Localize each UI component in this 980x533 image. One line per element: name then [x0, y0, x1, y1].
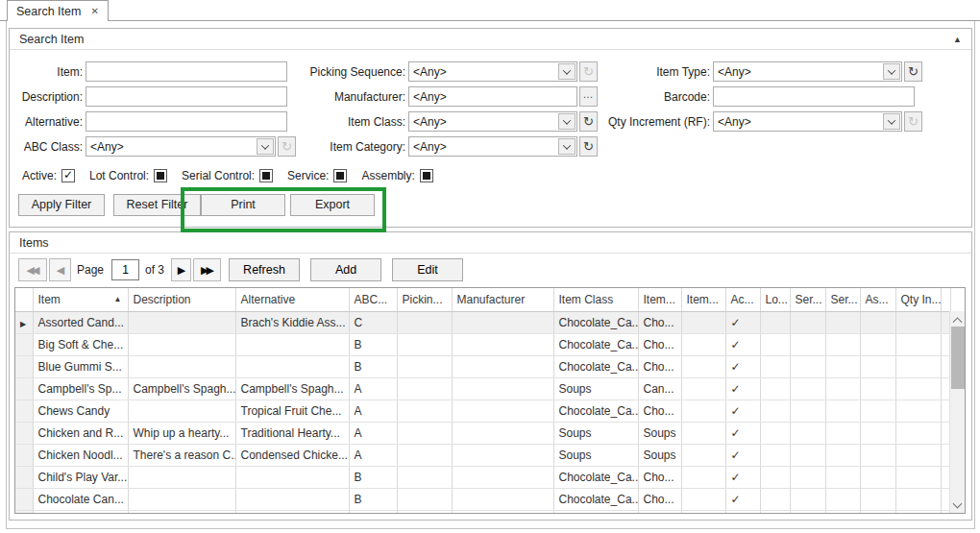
- grid-cell[interactable]: Campbell's Spagh...: [128, 377, 235, 400]
- grid-cell[interactable]: [895, 311, 941, 333]
- table-row[interactable]: Chews CandyTropical Fruit Che...AChocola…: [15, 400, 950, 422]
- export-button[interactable]: Export: [290, 194, 375, 216]
- print-button[interactable]: Print: [201, 194, 285, 216]
- grid-cell[interactable]: A: [349, 377, 397, 400]
- alternative-input[interactable]: [86, 111, 287, 132]
- grid-cell[interactable]: [128, 400, 235, 422]
- edit-button[interactable]: Edit: [392, 258, 463, 281]
- table-row[interactable]: Chicken and R...Whip up a hearty...Tradi…: [15, 422, 950, 444]
- grid-cell[interactable]: [681, 400, 725, 422]
- grid-cell[interactable]: [790, 311, 825, 333]
- close-tab-icon[interactable]: ✕: [90, 7, 98, 16]
- grid-cell[interactable]: [825, 488, 860, 510]
- grid-cell[interactable]: Chocolate_Ca...: [553, 400, 638, 422]
- grid-cell[interactable]: [452, 422, 553, 444]
- grid-cell[interactable]: [895, 333, 941, 355]
- grid-cell[interactable]: [895, 488, 941, 510]
- grid-cell[interactable]: [760, 377, 790, 400]
- column-header-pickin[interactable]: Pickin...: [397, 288, 452, 311]
- reset-filter-button[interactable]: Reset Filter: [113, 194, 201, 216]
- grid-cell[interactable]: [790, 466, 825, 488]
- grid-cell[interactable]: [397, 400, 452, 422]
- grid-cell[interactable]: Chicken and R...: [33, 422, 128, 444]
- grid-cell[interactable]: [790, 488, 825, 510]
- grid-cell[interactable]: [790, 444, 825, 466]
- grid-cell[interactable]: [825, 355, 860, 377]
- row-selector-cell[interactable]: [15, 377, 33, 400]
- grid-cell[interactable]: Blue Gummi S...: [33, 355, 128, 377]
- grid-cell[interactable]: [825, 311, 860, 333]
- table-row[interactable]: Child's Play Var...BChocolate_Ca...Cho..…: [15, 466, 950, 488]
- grid-cell[interactable]: [895, 400, 941, 422]
- grid-cell[interactable]: [860, 400, 895, 422]
- checkbox-indeterminate-icon[interactable]: [154, 169, 167, 182]
- grid-cell[interactable]: [895, 444, 941, 466]
- grid-cell[interactable]: [452, 311, 553, 333]
- grid-cell[interactable]: Soups: [638, 422, 681, 444]
- checkbox-indeterminate-icon[interactable]: [333, 169, 347, 182]
- grid-cell[interactable]: Chocolate Can...: [33, 488, 128, 510]
- grid-cell[interactable]: [128, 466, 235, 488]
- last-page-button[interactable]: ▶▶: [193, 258, 221, 281]
- grid-cell[interactable]: B: [349, 488, 397, 510]
- grid-cell[interactable]: Cho...: [638, 355, 681, 377]
- grid-cell[interactable]: Traditional Hearty...: [235, 422, 349, 444]
- grid-cell[interactable]: [860, 377, 895, 400]
- grid-cell[interactable]: [790, 400, 825, 422]
- grid-cell[interactable]: [235, 333, 349, 355]
- grid-cell[interactable]: [860, 422, 895, 444]
- table-row[interactable]: ▶Assorted Cand...Brach's Kiddie Ass...CC…: [15, 311, 950, 333]
- column-header-manufacturer[interactable]: Manufacturer: [452, 288, 553, 311]
- grid-cell[interactable]: ✓: [725, 333, 760, 355]
- picking-sequence-select[interactable]: <Any>: [408, 61, 577, 82]
- column-header-qty-in[interactable]: Qty In...: [895, 288, 941, 311]
- grid-cell[interactable]: Soups: [553, 444, 638, 466]
- grid-cell[interactable]: Whip up a hearty...: [128, 422, 235, 444]
- chevron-down-icon[interactable]: [558, 113, 576, 130]
- grid-cell[interactable]: [825, 444, 860, 466]
- grid-cell[interactable]: [681, 466, 725, 488]
- grid-cell[interactable]: [235, 466, 349, 488]
- chevron-down-icon[interactable]: [883, 113, 900, 130]
- grid-cell[interactable]: ✓: [725, 377, 760, 400]
- table-row[interactable]: Big Soft & Che...BChocolate_Ca...Cho...✓: [15, 333, 950, 355]
- grid-cell[interactable]: Chocolate_Ca...: [553, 333, 638, 355]
- grid-cell[interactable]: [860, 444, 895, 466]
- row-selector-cell[interactable]: [15, 422, 33, 444]
- grid-cell[interactable]: [760, 422, 790, 444]
- page-number-input[interactable]: [111, 259, 139, 280]
- tab-search-item[interactable]: Search Item ✕: [7, 0, 109, 21]
- grid-cell[interactable]: [895, 422, 941, 444]
- grid-cell[interactable]: Soups: [553, 377, 638, 400]
- checkbox-indeterminate-icon[interactable]: [259, 169, 273, 182]
- grid-cell[interactable]: [760, 333, 790, 355]
- grid-cell[interactable]: Cho...: [638, 488, 681, 510]
- grid-cell[interactable]: [790, 333, 825, 355]
- grid-cell[interactable]: There's a reason C...: [128, 444, 235, 466]
- grid-cell[interactable]: [452, 488, 553, 510]
- grid-cell[interactable]: Soups: [638, 444, 681, 466]
- manufacturer-select[interactable]: <Any>: [408, 86, 577, 107]
- grid-cell[interactable]: [452, 333, 553, 355]
- column-header-ser[interactable]: Ser...: [790, 288, 825, 311]
- item-type-select[interactable]: <Any>: [713, 61, 902, 82]
- grid-cell[interactable]: [452, 355, 553, 377]
- row-selector-cell[interactable]: [15, 333, 33, 355]
- grid-cell[interactable]: C: [349, 311, 397, 333]
- row-selector-cell[interactable]: [15, 466, 33, 488]
- grid-cell[interactable]: [860, 333, 895, 355]
- grid-cell[interactable]: [860, 466, 895, 488]
- grid-cell[interactable]: [825, 333, 860, 355]
- item-category-select[interactable]: <Any>: [408, 136, 577, 157]
- chevron-down-icon[interactable]: [883, 63, 900, 80]
- grid-cell[interactable]: [790, 355, 825, 377]
- grid-cell[interactable]: [825, 400, 860, 422]
- grid-cell[interactable]: Tropical Fruit Che...: [235, 400, 349, 422]
- chevron-down-icon[interactable]: [257, 138, 274, 155]
- grid-cell[interactable]: Cho...: [638, 311, 681, 333]
- column-header-abc[interactable]: ABC...: [349, 288, 397, 311]
- grid-cell[interactable]: Chews Candy: [33, 400, 128, 422]
- grid-cell[interactable]: Can...: [638, 377, 681, 400]
- grid-cell[interactable]: Chicken Noodl...: [33, 444, 128, 466]
- grid-cell[interactable]: Big Soft & Che...: [33, 333, 128, 355]
